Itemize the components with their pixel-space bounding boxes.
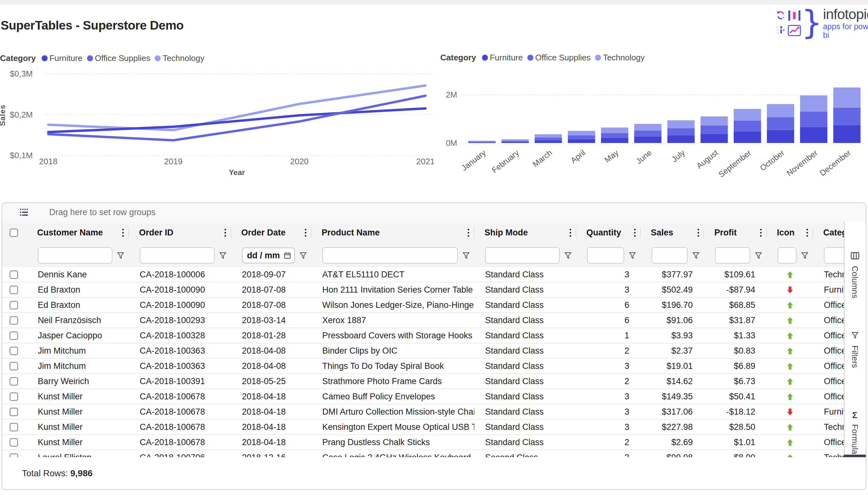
table-row[interactable]: Ed BraxtonCA-2018-1000902018-07-08Hon 21… xyxy=(2,283,844,298)
header-cell-customer[interactable]: Customer Name xyxy=(27,221,129,244)
tool-panel-tab-filters[interactable]: Filters xyxy=(845,331,865,368)
cell-order_date: 2018-09-07 xyxy=(231,267,312,282)
row-group-dropzone[interactable]: Drag here to set row groups xyxy=(2,203,866,222)
filter-input-profit[interactable] xyxy=(715,247,750,264)
cell-check xyxy=(2,283,27,297)
row-checkbox[interactable] xyxy=(10,377,18,386)
cumulative-sales-by-month-bar-chart: 0M2MJanuaryFebruaryMarchAprilMayJuneJuly… xyxy=(441,64,868,191)
legend-item-office-supplies[interactable]: Office Supplies xyxy=(527,53,590,63)
table-row[interactable]: Jasper CacioppoCA-2018-1003282018-01-28P… xyxy=(2,328,844,343)
date-filter-input[interactable]: dd / mm xyxy=(242,248,295,263)
column-menu-icon[interactable] xyxy=(760,229,762,237)
chart-visual-icon xyxy=(788,24,801,36)
row-checkbox[interactable] xyxy=(10,286,18,294)
table-row[interactable]: Kunst MillerCA-2018-1006782018-04-18Kens… xyxy=(2,420,844,435)
header-cell-profit[interactable]: Profit xyxy=(704,221,767,244)
table-row[interactable]: Neil FranzösischCA-2018-1002932018-03-14… xyxy=(2,313,844,328)
cell-check xyxy=(2,267,27,282)
header-cell-category[interactable]: Category xyxy=(813,221,844,244)
tool-panel-tab-formulas[interactable]: ΣFormulas xyxy=(845,410,865,459)
table-row[interactable]: Kunst MillerCA-2018-1006782018-04-18Came… xyxy=(2,389,844,405)
cell-order_date: 2018-07-08 xyxy=(231,298,312,312)
filter-input-sales[interactable] xyxy=(652,247,688,264)
column-menu-icon[interactable] xyxy=(570,229,571,237)
column-menu-icon[interactable] xyxy=(305,229,306,237)
filter-funnel-icon[interactable] xyxy=(750,251,767,260)
column-menu-icon[interactable] xyxy=(807,229,808,237)
filter-input-quantity[interactable] xyxy=(587,247,624,264)
row-checkbox[interactable] xyxy=(10,301,18,309)
filter-funnel-icon[interactable] xyxy=(560,251,576,260)
filter-cell-order_id xyxy=(129,244,231,267)
column-menu-icon[interactable] xyxy=(634,229,636,237)
cell-order_date: 2018-04-08 xyxy=(231,359,312,373)
cell-ship_mode: Standard Class xyxy=(474,405,576,419)
table-scroll-area[interactable]: Customer NameOrder IDOrder DateProduct N… xyxy=(2,221,844,457)
filter-funnel-icon[interactable] xyxy=(797,251,813,260)
legend-title: Category xyxy=(0,53,36,63)
header-cell-product[interactable]: Product Name xyxy=(312,221,474,244)
legend-item-furniture[interactable]: Furniture xyxy=(41,53,83,63)
row-checkbox[interactable] xyxy=(10,392,18,401)
filter-input-icon[interactable] xyxy=(778,247,797,264)
row-checkbox[interactable] xyxy=(10,270,18,279)
filter-input-product[interactable] xyxy=(322,247,458,264)
cell-customer: Barry Weirich xyxy=(27,374,129,389)
header-cell-order_id[interactable]: Order ID xyxy=(129,221,231,244)
table-row[interactable]: Barry WeirichCA-2018-1003912018-05-25Str… xyxy=(2,374,844,389)
legend-item-furniture[interactable]: Furniture xyxy=(482,53,523,63)
table-row[interactable]: Jim MitchumCA-2018-1003632018-04-08Thing… xyxy=(2,359,844,374)
column-menu-icon[interactable] xyxy=(468,229,469,237)
cell-order_date: 2018-07-08 xyxy=(231,283,312,297)
column-menu-icon[interactable] xyxy=(225,229,226,237)
cell-quantity: 2 xyxy=(576,343,641,358)
table-row[interactable]: Dennis KaneCA-2018-1000062018-09-07AT&T … xyxy=(2,267,844,283)
header-cell-quantity[interactable]: Quantity xyxy=(576,221,641,244)
cell-ship_mode: Standard Class xyxy=(474,283,576,297)
legend-item-technology[interactable]: Technology xyxy=(155,53,205,63)
cell-order_id: CA-2018-100678 xyxy=(129,435,231,449)
table-row[interactable]: Kunst MillerCA-2018-1006782018-04-18Pran… xyxy=(2,435,844,450)
row-checkbox[interactable] xyxy=(10,454,18,458)
header-cell-ship_mode[interactable]: Ship Mode xyxy=(474,221,576,244)
filter-funnel-icon[interactable] xyxy=(688,251,704,260)
table-row[interactable]: Ed BraxtonCA-2018-1000902018-07-08Wilson… xyxy=(2,298,844,313)
header-cell-sales[interactable]: Sales xyxy=(641,221,704,244)
filter-input-customer[interactable] xyxy=(38,247,112,264)
row-checkbox[interactable] xyxy=(10,362,18,371)
columns-icon xyxy=(851,252,860,262)
table-row[interactable]: Kunst MillerCA-2018-1006782018-04-18DMI … xyxy=(2,405,844,420)
legend-item-technology[interactable]: Technology xyxy=(595,53,645,63)
cell-ship_mode: Standard Class xyxy=(474,328,576,343)
row-checkbox[interactable] xyxy=(10,331,18,340)
cell-product: Xerox 1887 xyxy=(312,313,474,328)
table-body: Dennis KaneCA-2018-1000062018-09-07AT&T … xyxy=(2,267,844,457)
select-all-checkbox[interactable] xyxy=(10,228,18,237)
filter-funnel-icon[interactable] xyxy=(624,251,641,260)
filter-input-order_id[interactable] xyxy=(140,247,215,264)
supertables-page: SuperTables - Superstore Demo xyxy=(0,0,868,495)
tool-panel-tab-columns[interactable]: Columns xyxy=(845,252,865,298)
column-menu-icon[interactable] xyxy=(697,229,699,237)
filter-funnel-icon[interactable] xyxy=(295,251,312,260)
filter-cell-check xyxy=(2,244,27,267)
column-menu-icon[interactable] xyxy=(122,229,124,237)
filter-input-category[interactable] xyxy=(824,247,844,264)
row-checkbox[interactable] xyxy=(10,438,18,447)
legend-dot xyxy=(155,55,161,61)
table-row[interactable]: Jim MitchumCA-2018-1003632018-04-08Binde… xyxy=(2,343,844,359)
row-checkbox[interactable] xyxy=(10,408,18,416)
row-checkbox[interactable] xyxy=(10,347,18,355)
row-checkbox[interactable] xyxy=(10,316,18,325)
filter-funnel-icon[interactable] xyxy=(112,251,129,260)
header-cell-order_date[interactable]: Order Date xyxy=(231,221,312,244)
row-checkbox[interactable] xyxy=(10,423,18,431)
table-row[interactable]: Laurel EllistonCA-2018-1007062018-12-16C… xyxy=(2,450,844,457)
legend-item-office-supplies[interactable]: Office Supplies xyxy=(87,53,150,63)
header-cell-icon[interactable]: Icon xyxy=(767,221,813,244)
filter-cell-customer xyxy=(27,244,129,267)
filter-funnel-icon[interactable] xyxy=(458,251,474,260)
filter-funnel-icon[interactable] xyxy=(215,251,231,260)
logo-brace: } xyxy=(801,8,822,38)
filter-input-ship_mode[interactable] xyxy=(485,247,560,264)
